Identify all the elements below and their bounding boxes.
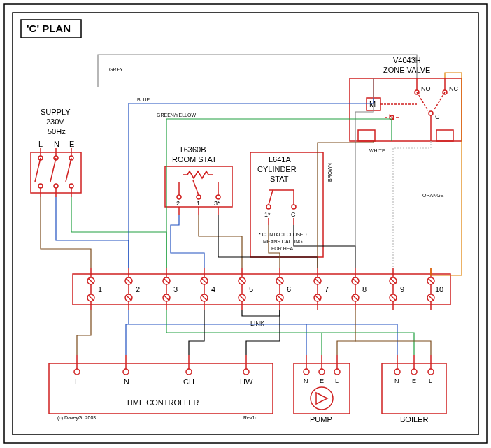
svg-text:BOILER: BOILER xyxy=(400,415,428,424)
svg-point-187 xyxy=(411,369,417,375)
svg-text:L: L xyxy=(38,140,43,148)
svg-line-111 xyxy=(315,295,320,301)
wiring-diagram: 'C' PLAN SUPPLY 230V 50Hz L N E V4043H Z… xyxy=(0,0,491,448)
svg-rect-185 xyxy=(382,363,446,414)
supply-block: SUPPLY 230V 50Hz L N E xyxy=(31,108,81,197)
svg-point-49 xyxy=(177,195,181,199)
svg-text:L641A: L641A xyxy=(269,155,291,164)
svg-line-16 xyxy=(50,158,56,182)
svg-line-15 xyxy=(35,158,41,182)
svg-text:4: 4 xyxy=(211,285,215,294)
svg-rect-173 xyxy=(294,363,350,414)
svg-text:N: N xyxy=(394,377,399,384)
svg-text:5: 5 xyxy=(249,285,253,294)
svg-text:1*: 1* xyxy=(264,211,271,218)
svg-point-163 xyxy=(243,369,249,375)
svg-point-160 xyxy=(74,369,80,375)
svg-text:ROOM STAT: ROOM STAT xyxy=(172,155,217,164)
svg-rect-40 xyxy=(358,130,375,141)
svg-text:C: C xyxy=(435,113,440,120)
room-stat-block: T6360B ROOM STAT 2 1 3* xyxy=(165,145,232,215)
svg-text:1: 1 xyxy=(98,285,102,294)
svg-point-33 xyxy=(429,111,433,115)
svg-text:CH: CH xyxy=(183,377,194,386)
svg-text:WHITE: WHITE xyxy=(369,148,385,153)
revision: Rev1d xyxy=(243,415,257,420)
svg-text:ZONE VALVE: ZONE VALVE xyxy=(383,66,430,74)
svg-line-79 xyxy=(88,278,94,284)
zone-valve-block: V4043H ZONE VALVE M NO NC C xyxy=(350,56,462,141)
svg-text:N: N xyxy=(54,140,59,148)
svg-line-101 xyxy=(239,295,245,301)
svg-line-121 xyxy=(390,295,396,301)
svg-text:GREY: GREY xyxy=(109,67,123,72)
svg-text:230V: 230V xyxy=(46,117,64,126)
svg-text:2: 2 xyxy=(136,285,140,294)
svg-text:NC: NC xyxy=(449,85,458,92)
svg-text:1: 1 xyxy=(197,200,200,207)
svg-point-175 xyxy=(319,369,325,375)
svg-text:SUPPLY: SUPPLY xyxy=(41,108,71,116)
svg-text:8: 8 xyxy=(362,285,367,294)
svg-line-35 xyxy=(417,92,428,110)
svg-line-54 xyxy=(193,180,199,195)
svg-line-67 xyxy=(269,190,273,205)
svg-line-99 xyxy=(239,278,245,284)
svg-point-176 xyxy=(334,369,340,375)
svg-line-91 xyxy=(164,295,169,301)
svg-text:ORANGE: ORANGE xyxy=(422,193,444,198)
svg-line-124 xyxy=(428,278,434,284)
svg-rect-41 xyxy=(436,130,453,141)
junction-block: 1 2 3 4 5 6 7 8 9 10 LINK xyxy=(73,268,450,327)
svg-text:E: E xyxy=(69,140,74,148)
svg-text:3*: 3* xyxy=(214,200,220,207)
svg-point-65 xyxy=(266,205,271,209)
svg-text:PUMP: PUMP xyxy=(310,415,332,424)
boiler-block: N E L BOILER xyxy=(382,355,446,424)
svg-line-109 xyxy=(315,278,320,284)
svg-point-162 xyxy=(186,369,192,375)
cylinder-stat-block: L641A CYLINDER STAT 1* C * CONTACT CLOSE… xyxy=(250,152,323,257)
svg-line-106 xyxy=(277,295,283,301)
svg-line-96 xyxy=(201,295,207,301)
svg-text:L: L xyxy=(335,377,339,384)
svg-text:GREEN/YELLOW: GREEN/YELLOW xyxy=(157,113,196,117)
svg-text:N: N xyxy=(304,377,308,384)
svg-point-161 xyxy=(123,369,129,375)
svg-line-17 xyxy=(66,158,71,182)
svg-point-66 xyxy=(292,205,296,209)
diagram-title: 'C' PLAN xyxy=(27,22,71,34)
svg-text:HW: HW xyxy=(240,377,253,386)
svg-text:LINK: LINK xyxy=(250,320,264,327)
svg-text:E: E xyxy=(320,377,324,384)
svg-text:L: L xyxy=(429,377,432,384)
svg-line-119 xyxy=(390,278,396,284)
copyright: (c) DaveyGr 2003 xyxy=(57,415,96,421)
svg-text:N: N xyxy=(124,377,129,386)
svg-text:BLUE: BLUE xyxy=(137,97,150,102)
svg-rect-77 xyxy=(73,274,450,305)
svg-text:10: 10 xyxy=(435,285,443,294)
svg-point-13 xyxy=(54,184,58,188)
svg-line-104 xyxy=(277,278,283,284)
svg-text:STAT: STAT xyxy=(270,175,289,183)
svg-text:TIME CONTROLLER: TIME CONTROLLER xyxy=(126,398,199,407)
svg-rect-1 xyxy=(13,13,478,435)
svg-text:3: 3 xyxy=(173,285,178,294)
svg-text:L: L xyxy=(75,377,79,386)
svg-line-84 xyxy=(126,278,131,284)
svg-point-183 xyxy=(311,387,333,410)
svg-text:50Hz: 50Hz xyxy=(48,127,66,136)
svg-text:FOR HEAT: FOR HEAT xyxy=(271,246,297,251)
svg-text:2: 2 xyxy=(176,200,180,207)
svg-text:BROWN: BROWN xyxy=(327,163,332,182)
svg-point-14 xyxy=(69,184,73,188)
svg-point-12 xyxy=(38,184,43,188)
svg-text:C: C xyxy=(291,211,296,218)
svg-text:M: M xyxy=(369,100,376,108)
svg-text:9: 9 xyxy=(400,285,404,294)
svg-text:E: E xyxy=(412,377,416,384)
pump-block: N E L PUMP xyxy=(294,355,350,424)
svg-line-81 xyxy=(88,295,94,301)
svg-line-94 xyxy=(201,278,207,284)
